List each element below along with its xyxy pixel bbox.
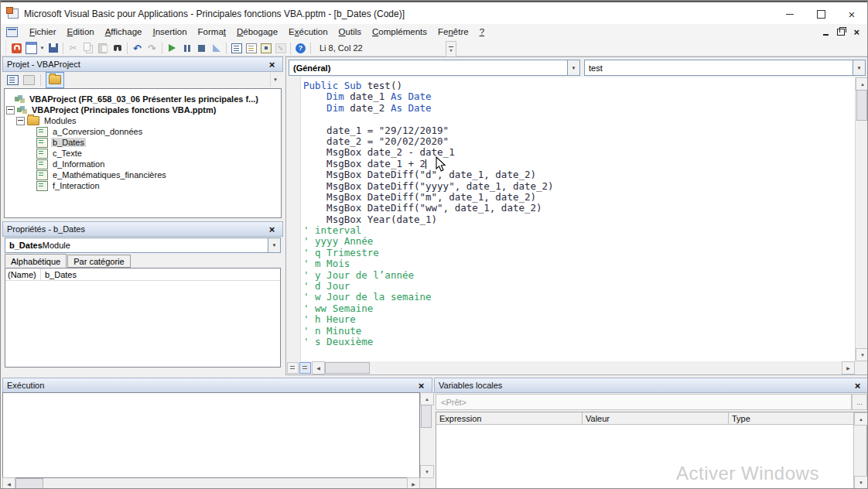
- scroll-right-icon[interactable]: ▶: [842, 361, 855, 374]
- code-vertical-scrollbar[interactable]: ▲ ▼: [855, 77, 868, 361]
- view-host-app-icon[interactable]: [9, 41, 24, 55]
- menu-?[interactable]: ?: [474, 24, 490, 40]
- document-window-icon[interactable]: [6, 27, 18, 37]
- maximize-button[interactable]: [805, 2, 836, 26]
- code-line[interactable]: ' w Jour de la semaine: [303, 292, 554, 303]
- code-line[interactable]: ' s Deuxième: [303, 337, 554, 347]
- find-icon[interactable]: [110, 41, 125, 55]
- combo-dropdown-icon[interactable]: ▼: [853, 60, 865, 75]
- view-object-button[interactable]: [22, 74, 36, 87]
- copy-icon[interactable]: [80, 41, 95, 55]
- code-line[interactable]: Dim date_1 As Date: [303, 91, 554, 102]
- code-horizontal-scrollbar[interactable]: ◀ ▶: [287, 362, 855, 374]
- cut-icon[interactable]: [66, 41, 80, 55]
- tree-item-vbaproject-principales-fonctio[interactable]: VBAProject (Principales fonctions VBA.pp…: [5, 104, 281, 115]
- menu-fichier[interactable]: Fichier: [24, 24, 62, 40]
- mdi-close-icon[interactable]: ×: [853, 27, 859, 37]
- undo-icon[interactable]: [130, 41, 145, 55]
- properties-window-icon[interactable]: [244, 41, 258, 55]
- menu-edition[interactable]: Edition: [62, 24, 100, 40]
- scroll-left-icon[interactable]: ◀: [312, 361, 325, 374]
- combo-dropdown-icon[interactable]: ▼: [268, 238, 280, 252]
- code-line[interactable]: ' ww Semaine: [303, 303, 554, 314]
- tree-item-vbaproject-fr_658_03_06-pr-sen[interactable]: VBAProject (FR_658_03_06 Présenter les p…: [5, 94, 281, 104]
- immediate-horizontal-scrollbar[interactable]: ◀ ▶: [2, 478, 420, 489]
- immediate-panel-header[interactable]: Exécution ×: [2, 378, 432, 393]
- code-line[interactable]: ' h Heure: [303, 314, 554, 325]
- collapse-icon[interactable]: [6, 106, 15, 115]
- toolbar-grip[interactable]: [5, 42, 7, 54]
- code-line[interactable]: Dim date_2 As Date: [303, 103, 554, 114]
- scroll-down-icon[interactable]: ▼: [856, 348, 868, 361]
- project-panel-header[interactable]: Projet - VBAProject ×: [2, 56, 283, 72]
- code-line[interactable]: date_1 = "29/12/2019": [303, 125, 554, 136]
- combo-dropdown-icon[interactable]: ▼: [567, 60, 579, 75]
- code-line[interactable]: ' y Jour de l’année: [303, 270, 554, 281]
- tree-item-b_dates[interactable]: b_Dates: [5, 137, 281, 148]
- column-type[interactable]: Type: [729, 412, 866, 424]
- procedure-view-button[interactable]: [287, 362, 299, 374]
- mdi-restore-icon[interactable]: [837, 29, 845, 36]
- view-code-button[interactable]: [5, 74, 19, 87]
- column-valeur[interactable]: Valeur: [583, 412, 729, 424]
- code-line[interactable]: ' interval: [303, 225, 554, 236]
- code-line[interactable]: MsgBox date_2 - date_1: [303, 147, 554, 158]
- code-line[interactable]: ' n Minute: [303, 326, 554, 337]
- paste-icon[interactable]: [95, 41, 110, 55]
- locals-panel-close-icon[interactable]: ×: [851, 380, 864, 391]
- code-margin-bar[interactable]: [287, 77, 301, 361]
- code-line[interactable]: [303, 114, 554, 125]
- locals-panel-header[interactable]: Variables locales ×: [434, 378, 868, 393]
- dropdown-arrow-icon[interactable]: ▼: [39, 46, 46, 50]
- collapse-icon[interactable]: [16, 117, 25, 125]
- scroll-up-icon[interactable]: ▲: [856, 77, 868, 91]
- code-line[interactable]: ' q Trimestre: [303, 248, 554, 258]
- tree-item-f_interaction[interactable]: f_Interaction: [5, 180, 281, 191]
- scrollbar-thumb[interactable]: [856, 90, 867, 121]
- property-row[interactable]: (Name) b_Dates: [5, 268, 280, 281]
- code-line[interactable]: MsgBox DateDiff("yyyy", date_1, date_2): [303, 181, 554, 192]
- scroll-down-icon[interactable]: ▼: [854, 476, 868, 489]
- scrollbar-thumb[interactable]: [421, 405, 432, 428]
- properties-panel-header[interactable]: Propriétés - b_Dates ×: [2, 221, 283, 237]
- tree-item-d_information[interactable]: d_Information: [5, 159, 281, 169]
- menu-compl-ments[interactable]: Compléments: [367, 24, 432, 40]
- scrollbar-thumb[interactable]: [325, 362, 370, 374]
- menu-affichage[interactable]: Affichage: [100, 24, 148, 40]
- toggle-folders-button[interactable]: [46, 72, 64, 88]
- toolbar-overflow-button[interactable]: ▼: [446, 41, 456, 57]
- help-icon[interactable]: [293, 41, 308, 55]
- scroll-down-icon[interactable]: ▼: [420, 465, 434, 478]
- object-selector-combo[interactable]: b_Dates Module ▼: [5, 238, 281, 253]
- code-editor[interactable]: Public Sub test() Dim date_1 As Date Dim…: [287, 77, 855, 361]
- code-line[interactable]: MsgBox DateDiff("ww", date_1, date_2): [303, 203, 554, 214]
- menu-ex-cution[interactable]: Exécution: [283, 24, 333, 40]
- code-line[interactable]: ' d Jour: [303, 281, 554, 292]
- code-line[interactable]: ' yyyy Année: [303, 236, 554, 247]
- project-toolbar-overflow-button[interactable]: ▼: [270, 73, 280, 87]
- run-icon[interactable]: [165, 41, 179, 55]
- minimize-button[interactable]: [774, 2, 805, 26]
- tree-item-modules[interactable]: Modules: [5, 115, 281, 126]
- immediate-window-content[interactable]: [2, 392, 420, 478]
- call-stack-button[interactable]: ...: [852, 394, 867, 410]
- reset-icon[interactable]: [194, 41, 209, 55]
- toolbox-icon[interactable]: [273, 41, 288, 55]
- code-line[interactable]: MsgBox date_1 + 2: [303, 159, 554, 169]
- general-dropdown[interactable]: (Général) ▼: [289, 60, 580, 76]
- tree-item-c_texte[interactable]: c_Texte: [5, 148, 281, 159]
- tab-alphabetic[interactable]: Alphabétique: [5, 254, 67, 268]
- full-module-view-button[interactable]: [299, 362, 311, 374]
- scroll-right-icon[interactable]: ▶: [407, 477, 420, 489]
- scroll-up-icon[interactable]: ▲: [854, 412, 868, 426]
- code-line[interactable]: MsgBox Year(date_1): [303, 214, 554, 225]
- code-line[interactable]: MsgBox DateDiff("m", date_1, date_2): [303, 192, 554, 203]
- locals-vertical-scrollbar[interactable]: ▲ ▼: [853, 412, 866, 489]
- menu-insertion[interactable]: Insertion: [147, 24, 192, 40]
- design-mode-icon[interactable]: [209, 41, 224, 55]
- menu-d-bogage[interactable]: Débogage: [231, 24, 283, 40]
- break-icon[interactable]: [179, 41, 194, 55]
- immediate-panel-close-icon[interactable]: ×: [415, 380, 428, 391]
- tab-categorized[interactable]: Par catégorie: [67, 255, 130, 268]
- project-explorer-icon[interactable]: [229, 41, 244, 55]
